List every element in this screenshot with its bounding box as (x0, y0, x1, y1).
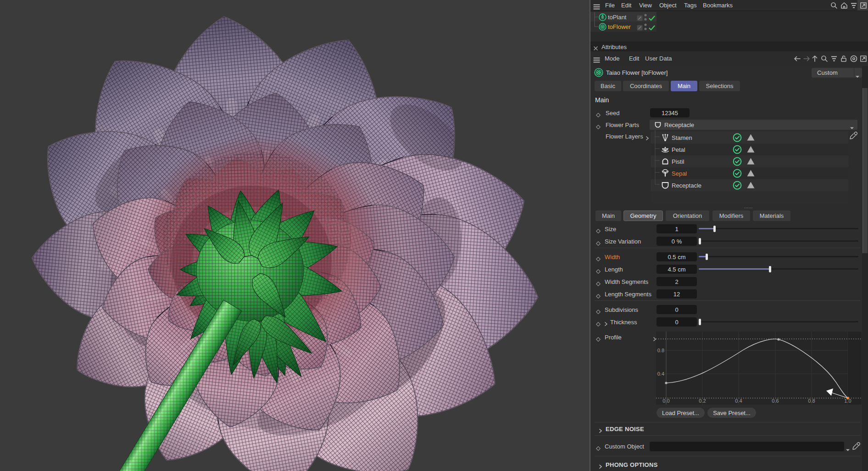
svg-text:0.8: 0.8 (657, 348, 664, 353)
svg-text:0.0: 0.0 (662, 398, 669, 404)
svg-text:0.2: 0.2 (699, 398, 706, 404)
svg-text:0.6: 0.6 (772, 398, 779, 404)
svg-text:0.8: 0.8 (808, 398, 815, 404)
svg-text:0.4: 0.4 (657, 371, 664, 377)
svg-text:0.4: 0.4 (735, 398, 742, 404)
